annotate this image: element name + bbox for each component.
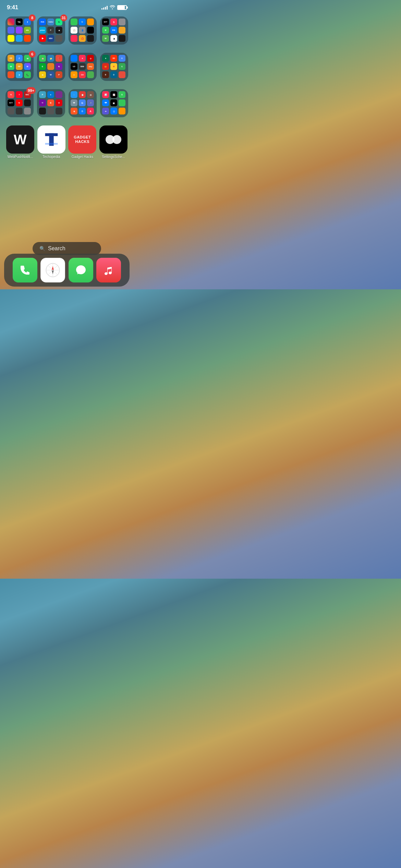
prime-mini: prime (39, 27, 46, 34)
fin5-mini: ▣ (110, 99, 117, 106)
fin4-mini: 🗺 (102, 99, 109, 106)
finance-folder[interactable]: 📊 📈 $ 🗺 ▣ ✒ ◻ (100, 89, 128, 117)
dominos-mini: D (110, 71, 117, 78)
dock-music[interactable] (96, 258, 121, 282)
zoom-mini: Z (16, 55, 23, 62)
music-icon (102, 264, 115, 276)
comms-folder[interactable]: 6 FP Z ✉ W FP M ✈ 📞 (5, 53, 34, 81)
dock-safari[interactable] (40, 258, 65, 282)
fin2-mini: 📈 (110, 91, 117, 98)
a-mini: A (87, 108, 94, 114)
flag-mini: 🚩 (56, 55, 62, 62)
news9-mini (24, 108, 31, 114)
tool2-mini: 🔍 (79, 19, 86, 25)
tool6-mini (87, 27, 94, 34)
doordash-mini: DD (110, 55, 117, 62)
evernote-mini: E (39, 63, 46, 70)
fin9-mini (119, 108, 125, 114)
techopedia-label: Techopedia (37, 155, 65, 159)
fin7-mini: ✒ (102, 108, 109, 114)
news6-mini (24, 99, 31, 106)
dock-phone[interactable] (13, 258, 37, 282)
edge-mini: e (47, 91, 54, 98)
vudu-mini: VUDU (47, 19, 54, 25)
instagram-mini (8, 19, 14, 25)
tool3-mini (87, 19, 94, 25)
gadgethacks-app[interactable]: GADGET HACKS Gadget Hacks (68, 125, 96, 159)
fin8-mini: ◻ (110, 108, 117, 114)
comms-folder-badge: 6 (29, 51, 36, 58)
uo-mini: UO (71, 63, 77, 70)
extra-mini (56, 35, 62, 42)
tool5-mini: 👤 (79, 27, 86, 34)
compass-mini: ⊕ (71, 108, 77, 114)
utilities-folder[interactable]: ↓ 📋 ◎ 👁 G 🔭 ⊕ {} A (69, 89, 97, 117)
browser8-mini (47, 108, 54, 114)
food-folder[interactable]: ★ DD G M M G B D (100, 53, 128, 81)
social-folder[interactable]: 8 TK f kik (5, 16, 34, 45)
brave-mini: B (47, 99, 54, 106)
news7-mini (8, 108, 14, 114)
social-folder-badge: 8 (29, 14, 36, 21)
webpush-label: WebPushNotifi... (6, 155, 34, 159)
util2-mini: 📋 (79, 91, 86, 98)
news8-mini (16, 108, 23, 114)
search-icon: 🔍 (39, 246, 45, 251)
whatsapp-mini: W (8, 63, 14, 70)
news-games-folder[interactable]: NYT S W BW W ◑ (100, 16, 128, 45)
tiktok-mini: TK (16, 19, 23, 25)
status-icons (101, 5, 127, 10)
nyt-mini: NYT (8, 99, 14, 106)
tool4-mini: 📋 (71, 27, 77, 34)
download-mini: ↓ (71, 91, 77, 98)
bk-mini: B (102, 71, 109, 78)
app-row-1: 8 TK f kik 31 PAR VUDU h prime P ★ ▶ (5, 16, 128, 45)
peacock-mini: P (47, 27, 54, 34)
tools-folder[interactable]: 🔍 📋 👤 ⭕ (69, 16, 97, 45)
news-folder[interactable]: 99+ N f BBC NYT N (5, 89, 34, 117)
starz-mini: ★ (56, 27, 62, 34)
shopping-folder[interactable]: ★ ⊙ UO 5BW etsy a GH (69, 53, 97, 81)
fp-mini: FP (8, 55, 14, 62)
productivity-folder[interactable]: 🏠 📁 🚩 E N ✏ W P (37, 53, 65, 81)
orange-mini (47, 63, 54, 70)
ng8-mini: ◑ (110, 35, 117, 42)
settingsscheduler-label: SettingsSche... (99, 155, 127, 159)
gadgethacks-label: Gadget Hacks (68, 155, 96, 159)
dock-messages[interactable] (69, 258, 93, 282)
ng4-mini: W (102, 27, 109, 34)
fivebw-mini: 5BW (79, 63, 86, 70)
mcdonalds-mini: M (102, 63, 109, 70)
app-row-2: 6 FP Z ✉ W FP M ✈ 📞 🏠 📁 🚩 E N ✏ W (5, 53, 128, 81)
snapchat-mini (8, 35, 14, 42)
webpush-app[interactable]: W WebPushNotifi... (6, 125, 34, 159)
techopedia-app[interactable]: Techopedia (37, 125, 65, 159)
g-mini: G (79, 99, 86, 106)
brackets-mini: {} (79, 108, 86, 114)
messages-icon (75, 264, 87, 276)
news-folder-badge: 99+ (26, 87, 36, 94)
amazon-mini: a (71, 71, 77, 78)
search-bar[interactable]: 🔍 Search (33, 242, 101, 255)
streaming-folder[interactable]: 31 PAR VUDU h prime P ★ ▶ NBA (37, 16, 65, 45)
purple-mini (56, 91, 62, 98)
fin1-mini: 📊 (102, 91, 109, 98)
periscope-mini: P (39, 91, 46, 98)
streaming-folder-badge: 31 (60, 14, 67, 21)
shop2-mini: ★ (79, 55, 86, 62)
browser-folder[interactable]: P e Y! B O (37, 89, 65, 117)
signal-bars-icon (101, 5, 108, 10)
food9-mini (119, 71, 125, 78)
tool1-mini (71, 19, 77, 25)
settingsscheduler-icon (99, 125, 127, 154)
shop9-mini (87, 71, 94, 78)
settingsscheduler-app[interactable]: SettingsSche... (99, 125, 127, 159)
browser9-mini (56, 108, 62, 114)
kik-mini: kik (24, 27, 31, 34)
tool8-mini: ⭕ (79, 35, 86, 42)
phone-icon (19, 264, 31, 276)
ng5-mini: BW (110, 27, 117, 34)
gadgethacks-icon: GADGET HACKS (68, 125, 96, 154)
yahoo-mini: Y! (39, 99, 46, 106)
telescope-mini: 🔭 (87, 99, 94, 106)
